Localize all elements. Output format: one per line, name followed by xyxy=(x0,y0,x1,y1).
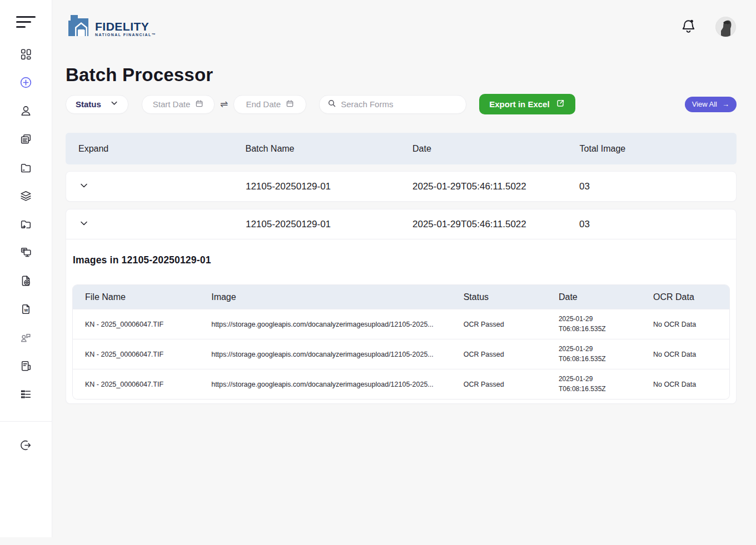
images-header-status: Status xyxy=(464,292,559,302)
date-cell: 2025-01-29 T06:08:16.535Z xyxy=(559,314,653,334)
hamburger-menu-button[interactable] xyxy=(16,16,36,31)
logo-brand-subtitle: NATIONAL FINANCIAL™ xyxy=(95,33,156,37)
sidebar-item-folder-transfer[interactable] xyxy=(12,211,40,239)
search-field[interactable] xyxy=(319,95,466,114)
plus-circle-icon xyxy=(19,76,33,91)
sidebar-item-word-documents[interactable]: W xyxy=(12,296,40,324)
date-range-swap-icon: ⇌ xyxy=(220,98,228,110)
view-all-button[interactable]: View All → xyxy=(685,97,737,112)
user-icon xyxy=(19,104,33,119)
export-excel-label: Export in Excel xyxy=(489,99,549,109)
images-header-filename: File Name xyxy=(73,292,211,302)
end-date-placeholder: End Date xyxy=(246,99,281,109)
search-icon xyxy=(327,99,336,110)
batch-header-expand: Expand xyxy=(66,144,245,154)
filter-bar: Status Start Date ⇌ End Date Export in E… xyxy=(66,94,737,114)
sidebar-item-list[interactable] xyxy=(12,381,40,409)
fidelity-logo: FIDELITY NATIONAL FINANCIAL™ xyxy=(66,13,156,41)
date-cell: 2025-01-29 T06:08:16.535Z xyxy=(559,374,653,394)
notifications-button[interactable] xyxy=(679,17,697,37)
status-cell: OCR Passed xyxy=(464,351,559,358)
batch-name-cell: 12105-20250129-01 xyxy=(246,219,412,230)
images-header-ocr: OCR Data xyxy=(653,292,729,302)
image-row: KN - 2025_00006047.TIF https://storage.g… xyxy=(73,339,729,369)
layers-icon xyxy=(19,189,33,204)
batch-table: Expand Batch Name Date Total Image 12105… xyxy=(66,133,737,404)
status-dropdown[interactable]: Status xyxy=(66,95,128,114)
sidebar-nav: W xyxy=(12,41,40,409)
user-avatar[interactable] xyxy=(715,17,736,37)
sidebar-item-create-new[interactable] xyxy=(12,69,40,97)
view-all-label: View All xyxy=(692,100,717,108)
image-row: KN - 2025_00006047.TIF https://storage.g… xyxy=(73,369,729,399)
date-line2: T06:08:16.535Z xyxy=(559,384,653,394)
dashboard-icon xyxy=(19,47,33,63)
end-date-field[interactable]: End Date xyxy=(233,95,306,114)
svg-text:W: W xyxy=(24,308,28,313)
batch-row: 12105-20250129-01 2025-01-29T05:46:11.50… xyxy=(66,171,737,202)
ocr-data-cell: No OCR Data xyxy=(653,351,729,358)
export-excel-button[interactable]: Export in Excel xyxy=(479,94,575,114)
ocr-data-cell: No OCR Data xyxy=(653,321,729,328)
fidelity-logo-icon xyxy=(66,13,93,41)
sidebar-item-document-preview[interactable] xyxy=(12,267,40,296)
status-cell: OCR Passed xyxy=(464,381,559,388)
start-date-field[interactable]: Start Date xyxy=(142,95,215,114)
sidebar-item-reports[interactable] xyxy=(12,352,40,381)
date-line1: 2025-01-29 xyxy=(559,374,653,384)
sidebar-item-dashboard[interactable] xyxy=(12,41,40,69)
status-dropdown-label: Status xyxy=(76,99,101,109)
batch-header-total: Total Image xyxy=(580,144,737,154)
topbar: FIDELITY NATIONAL FINANCIAL™ xyxy=(52,0,756,53)
batch-header-name: Batch Name xyxy=(245,144,412,154)
logo-brand-name: FIDELITY xyxy=(95,21,156,32)
file-name-cell: KN - 2025_00006047.TIF xyxy=(73,351,211,358)
search-input[interactable] xyxy=(341,99,458,109)
folder-export-icon xyxy=(19,217,33,233)
sidebar-item-folder[interactable] xyxy=(12,154,40,182)
batch-table-header: Expand Batch Name Date Total Image xyxy=(66,133,737,164)
image-url-cell: https://storage.googleapis.com/docanalyz… xyxy=(211,351,464,358)
batch-header-date: Date xyxy=(412,144,580,154)
folder-icon xyxy=(19,161,33,176)
bell-icon xyxy=(680,28,697,37)
sidebar-item-workstation[interactable] xyxy=(12,239,40,267)
start-date-placeholder: Start Date xyxy=(153,99,191,109)
collapse-row-button[interactable] xyxy=(66,218,89,230)
date-cell: 2025-01-29 T06:08:16.535Z xyxy=(559,344,653,364)
batch-total-cell: 03 xyxy=(579,181,736,192)
expanded-section-title: Images in 12105-20250129-01 xyxy=(73,254,736,266)
arrow-right-icon: → xyxy=(722,100,729,108)
sidebar-item-documents[interactable] xyxy=(12,126,40,154)
batch-total-cell: 03 xyxy=(579,219,736,230)
date-line2: T06:08:16.535Z xyxy=(559,354,653,364)
images-table-header: File Name Image Status Date OCR Data xyxy=(73,285,729,309)
date-line1: 2025-01-29 xyxy=(559,314,653,324)
logout-button[interactable] xyxy=(12,434,40,458)
stacked-documents-icon xyxy=(19,132,33,148)
batch-name-cell: 12105-20250129-01 xyxy=(246,181,412,192)
date-line2: T06:08:16.535Z xyxy=(559,324,653,334)
file-name-cell: KN - 2025_00006047.TIF xyxy=(73,321,211,328)
sidebar-item-chat[interactable] xyxy=(12,324,40,352)
batch-date-cell: 2025-01-29T05:46:11.5022 xyxy=(412,219,579,230)
main-area: FIDELITY NATIONAL FINANCIAL™ Batch Proce… xyxy=(52,0,756,545)
batch-row-expanded: 12105-20250129-01 2025-01-29T05:46:11.50… xyxy=(66,209,737,404)
sidebar-item-layers[interactable] xyxy=(12,182,40,211)
images-header-date: Date xyxy=(559,292,653,302)
sidebar-item-users[interactable] xyxy=(12,97,40,126)
list-icon xyxy=(19,387,33,403)
sidebar-divider xyxy=(0,421,52,422)
ocr-data-cell: No OCR Data xyxy=(653,381,729,388)
batch-row: 12105-20250129-01 2025-01-29T05:46:11.50… xyxy=(66,209,736,239)
page-title: Batch Processor xyxy=(66,64,737,86)
word-document-icon: W xyxy=(19,302,33,318)
images-header-image: Image xyxy=(211,292,464,302)
chevron-down-icon xyxy=(110,99,118,109)
export-icon xyxy=(555,98,565,110)
calendar-icon xyxy=(286,99,294,109)
expand-row-button[interactable] xyxy=(66,181,89,192)
status-cell: OCR Passed xyxy=(464,321,559,328)
sidebar: W xyxy=(0,0,52,537)
file-name-cell: KN - 2025_00006047.TIF xyxy=(73,381,211,388)
